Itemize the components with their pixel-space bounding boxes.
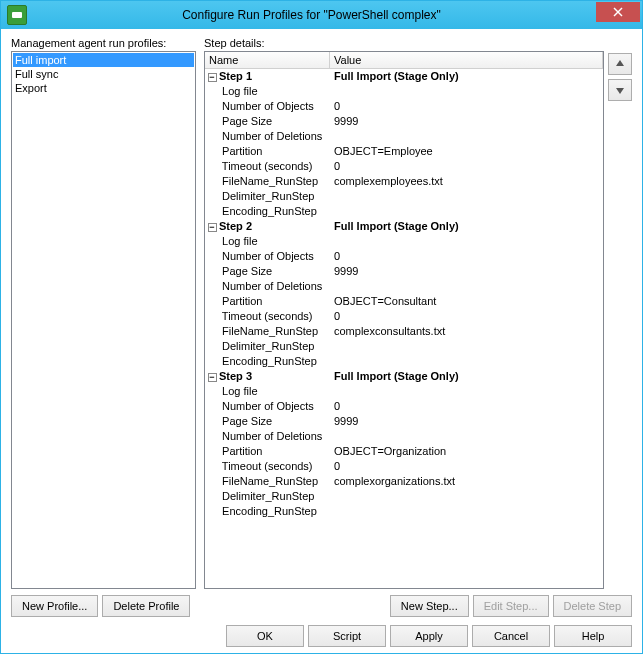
property-name: Delimiter_RunStep [219,489,330,504]
property-row[interactable]: Number of Deletions [205,279,603,294]
row-spacer [205,99,219,114]
property-row[interactable]: Log file [205,234,603,249]
property-row[interactable]: Log file [205,384,603,399]
property-row[interactable]: Timeout (seconds)0 [205,309,603,324]
property-row[interactable]: Page Size9999 [205,264,603,279]
profile-item[interactable]: Full import [13,53,194,67]
row-spacer [205,84,219,99]
step-grid[interactable]: Name Value −Step 1Full Import (Stage Onl… [204,51,604,589]
row-spacer [205,354,219,369]
property-row[interactable]: Encoding_RunStep [205,354,603,369]
new-step-button[interactable]: New Step... [390,595,469,617]
property-name: Timeout (seconds) [219,159,330,174]
column-header-name[interactable]: Name [205,52,330,68]
property-row[interactable]: Number of Objects0 [205,249,603,264]
step-type: Full Import (Stage Only) [330,69,603,84]
row-spacer [205,279,219,294]
property-row[interactable]: Number of Deletions [205,429,603,444]
grid-header: Name Value [205,52,603,69]
collapse-icon[interactable]: − [205,69,219,84]
move-down-button[interactable] [608,79,632,101]
column-header-value[interactable]: Value [330,52,603,68]
delete-profile-button[interactable]: Delete Profile [102,595,190,617]
help-button[interactable]: Help [554,625,632,647]
edit-step-button[interactable]: Edit Step... [473,595,549,617]
step-header-row[interactable]: −Step 3Full Import (Stage Only) [205,369,603,384]
delete-step-button[interactable]: Delete Step [553,595,632,617]
profiles-list[interactable]: Full importFull syncExport [11,51,196,589]
property-name: Number of Objects [219,399,330,414]
profiles-pane: Management agent run profiles: Full impo… [11,37,196,589]
property-row[interactable]: Number of Deletions [205,129,603,144]
step-type: Full Import (Stage Only) [330,369,603,384]
new-profile-button[interactable]: New Profile... [11,595,98,617]
property-row[interactable]: FileName_RunStepcomplexconsultants.txt [205,324,603,339]
details-pane: Step details: Name Value −Step 1Full Imp… [204,37,632,589]
row-spacer [205,114,219,129]
property-value: 9999 [330,264,603,279]
step-header-row[interactable]: −Step 1Full Import (Stage Only) [205,69,603,84]
property-row[interactable]: Encoding_RunStep [205,504,603,519]
step-header-row[interactable]: −Step 2Full Import (Stage Only) [205,219,603,234]
row-spacer [205,189,219,204]
row-spacer [205,309,219,324]
property-row[interactable]: Timeout (seconds)0 [205,159,603,174]
property-value: 0 [330,99,603,114]
ok-button[interactable]: OK [226,625,304,647]
row-spacer [205,414,219,429]
property-row[interactable]: Delimiter_RunStep [205,189,603,204]
profile-item[interactable]: Full sync [13,67,194,81]
property-value [330,339,603,354]
property-value: 0 [330,159,603,174]
property-row[interactable]: Page Size9999 [205,114,603,129]
collapse-icon[interactable]: − [205,369,219,384]
profiles-label: Management agent run profiles: [11,37,196,49]
move-up-button[interactable] [608,53,632,75]
property-row[interactable]: Number of Objects0 [205,99,603,114]
property-value [330,489,603,504]
step-title: Step 1 [219,69,330,84]
property-row[interactable]: PartitionOBJECT=Consultant [205,294,603,309]
property-value: OBJECT=Organization [330,444,603,459]
row-spacer [205,174,219,189]
titlebar[interactable]: Configure Run Profiles for "PowerShell c… [1,1,642,29]
property-name: FileName_RunStep [219,474,330,489]
row-spacer [205,144,219,159]
property-row[interactable]: FileName_RunStepcomplexemployees.txt [205,174,603,189]
property-value: 9999 [330,114,603,129]
details-column: Step details: Name Value −Step 1Full Imp… [204,37,604,589]
property-row[interactable]: PartitionOBJECT=Employee [205,144,603,159]
close-button[interactable] [596,2,640,22]
property-row[interactable]: Encoding_RunStep [205,204,603,219]
profile-item[interactable]: Export [13,81,194,95]
property-row[interactable]: Delimiter_RunStep [205,339,603,354]
property-value [330,84,603,99]
property-row[interactable]: Number of Objects0 [205,399,603,414]
row-spacer [205,264,219,279]
row-spacer [205,339,219,354]
collapse-icon[interactable]: − [205,219,219,234]
row-spacer [205,399,219,414]
property-row[interactable]: Page Size9999 [205,414,603,429]
property-value [330,234,603,249]
property-name: FileName_RunStep [219,324,330,339]
property-name: Delimiter_RunStep [219,339,330,354]
property-row[interactable]: Log file [205,84,603,99]
property-name: Log file [219,384,330,399]
property-row[interactable]: Delimiter_RunStep [205,489,603,504]
property-name: Number of Deletions [219,429,330,444]
property-row[interactable]: FileName_RunStepcomplexorganizations.txt [205,474,603,489]
cancel-button[interactable]: Cancel [472,625,550,647]
property-row[interactable]: PartitionOBJECT=Organization [205,444,603,459]
app-icon [7,5,27,25]
script-button[interactable]: Script [308,625,386,647]
property-row[interactable]: Timeout (seconds)0 [205,459,603,474]
property-name: Encoding_RunStep [219,354,330,369]
property-name: Partition [219,294,330,309]
dialog-buttons: OK Script Apply Cancel Help [11,625,632,647]
window-title: Configure Run Profiles for "PowerShell c… [27,8,596,22]
property-value [330,354,603,369]
property-value [330,189,603,204]
property-value [330,129,603,144]
apply-button[interactable]: Apply [390,625,468,647]
